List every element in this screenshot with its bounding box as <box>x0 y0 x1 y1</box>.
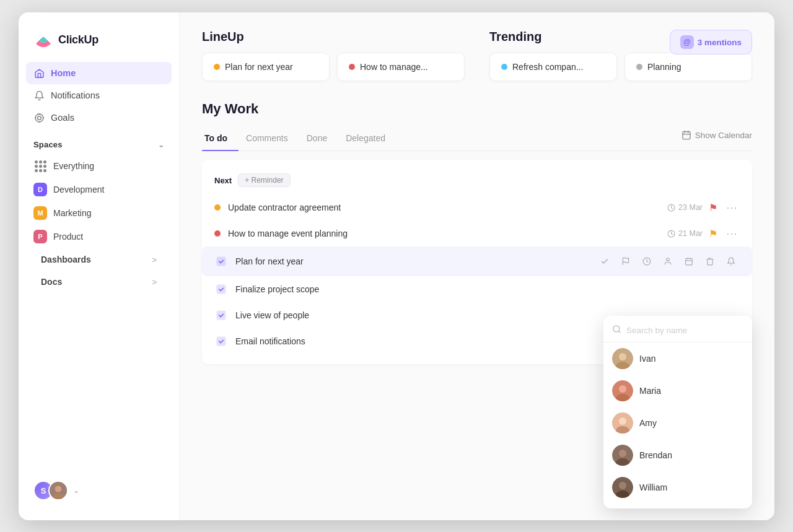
person-item-brendan[interactable]: Brendan <box>603 439 752 471</box>
calendar-icon <box>681 130 691 140</box>
footer-chevron[interactable]: ⌄ <box>73 486 79 495</box>
svg-rect-24 <box>217 311 226 320</box>
trending-card-planning[interactable]: Planning <box>624 53 752 81</box>
plan-card-label: Plan for next year <box>225 62 293 72</box>
person-action[interactable] <box>659 253 677 270</box>
sidebar-item-home[interactable]: Home <box>26 62 172 84</box>
person-item-maria[interactable]: Maria <box>603 375 752 407</box>
person-item-ivan[interactable]: Ivan <box>603 342 752 375</box>
task-dot-1 <box>214 204 221 211</box>
sidebar-goals-label: Goals <box>51 113 74 123</box>
docs-label: Docs <box>41 277 62 287</box>
svg-point-29 <box>619 353 626 360</box>
next-text: Next <box>214 176 232 185</box>
lineup-cards: Plan for next year How to manage... <box>202 53 465 81</box>
person-name-brendan: Brendan <box>639 450 672 460</box>
sidebar-nav: Home Notifications <box>19 62 179 129</box>
docs-chevron: > <box>152 277 157 287</box>
task-dot-2 <box>214 230 221 237</box>
more-button-1[interactable]: ⋯ <box>724 201 740 214</box>
task-row[interactable]: How to manage event planning 21 Mar ⚑ ⋯ <box>202 220 752 246</box>
people-search-input[interactable] <box>626 326 743 335</box>
person-name-william: William <box>639 482 667 492</box>
task-name-2: How to manage event planning <box>228 229 667 238</box>
task-icon-4 <box>214 282 228 296</box>
svg-point-38 <box>619 450 626 457</box>
delete-action[interactable] <box>701 253 719 270</box>
clock-action[interactable] <box>638 253 655 270</box>
product-dot: P <box>33 230 47 243</box>
show-calendar-button[interactable]: Show Calendar <box>681 130 752 147</box>
sidebar-notifications-label: Notifications <box>51 90 100 100</box>
mentions-badge[interactable]: @ 3 mentions <box>670 30 752 55</box>
sidebar-item-everything[interactable]: Everything <box>26 154 172 178</box>
trending-card-refresh[interactable]: Refresh compan... <box>489 53 617 81</box>
date-text-2: 21 Mar <box>678 229 703 238</box>
sidebar-item-dashboards[interactable]: Dashboards > <box>26 248 172 271</box>
task-icon-5 <box>214 308 228 322</box>
main-content: @ 3 mentions LineUp Plan for next year H… <box>180 12 774 520</box>
lineup-card-plan[interactable]: Plan for next year <box>202 53 330 81</box>
bell-action[interactable] <box>722 253 740 270</box>
manage-dot <box>349 64 355 70</box>
svg-point-1 <box>37 116 41 120</box>
svg-rect-19 <box>686 258 693 265</box>
task-icon-3 <box>214 255 228 268</box>
tab-delegated[interactable]: Delegated <box>343 127 396 150</box>
next-label-row: Next + Reminder <box>202 170 752 194</box>
svg-point-35 <box>619 417 626 425</box>
task-icon-6 <box>214 334 228 348</box>
task-row[interactable]: Plan for next year <box>202 246 752 276</box>
lineup-heading: LineUp <box>202 30 465 44</box>
calendar-action[interactable] <box>680 253 698 270</box>
task-name-3: Plan for next year <box>235 256 596 266</box>
task-name-1: Update contractor agreement <box>228 203 667 212</box>
sidebar-item-notifications[interactable]: Notifications <box>26 84 172 107</box>
lineup-section: LineUp Plan for next year How to manage.… <box>202 30 465 81</box>
person-item-amy[interactable]: Amy <box>603 407 752 439</box>
check-action[interactable] <box>596 253 613 270</box>
task-name-4: Finalize project scope <box>235 284 740 294</box>
dashboards-chevron: > <box>152 255 157 264</box>
task-row[interactable]: Finalize project scope <box>202 276 752 302</box>
task-date-1: 23 Mar <box>667 203 703 212</box>
person-name-maria: Maria <box>639 386 661 396</box>
sidebar: ClickUp Home <box>19 12 180 520</box>
svg-rect-23 <box>217 285 226 294</box>
svg-point-7 <box>55 486 62 492</box>
clock-icon-2 <box>667 230 675 238</box>
clock-icon <box>667 204 675 212</box>
logo-icon <box>33 30 53 50</box>
sidebar-item-docs[interactable]: Docs > <box>26 271 172 293</box>
more-button-2[interactable]: ⋯ <box>724 227 740 240</box>
task-row[interactable]: Update contractor agreement 23 Mar ⚑ ⋯ <box>202 194 752 220</box>
reminder-button[interactable]: + Reminder <box>238 173 290 187</box>
trending-cards: Refresh compan... Planning <box>489 53 752 81</box>
flag-action[interactable] <box>617 253 634 270</box>
tab-todo[interactable]: To do <box>202 127 239 150</box>
task-meta-2: 21 Mar ⚑ ⋯ <box>667 227 740 240</box>
sidebar-item-goals[interactable]: Goals <box>26 107 172 129</box>
tab-done[interactable]: Done <box>304 127 338 150</box>
people-search-row <box>603 316 752 342</box>
svg-point-41 <box>619 482 626 489</box>
spaces-chevron[interactable]: ⌄ <box>158 141 164 149</box>
sidebar-item-development[interactable]: D Development <box>26 178 172 201</box>
logo-text: ClickUp <box>58 33 99 46</box>
flag-icon-1: ⚑ <box>709 202 717 214</box>
mentions-count: 3 mentions <box>698 38 742 47</box>
person-item-william[interactable]: William <box>603 471 752 504</box>
svg-rect-9 <box>683 132 690 139</box>
goals-icon <box>33 112 45 123</box>
spaces-section-title: Spaces ⌄ <box>19 129 179 154</box>
flag-icon-2: ⚑ <box>709 228 717 240</box>
bell-icon <box>33 90 45 101</box>
sidebar-item-product[interactable]: P Product <box>26 225 172 248</box>
sidebar-home-label: Home <box>51 68 76 78</box>
home-icon <box>33 68 45 79</box>
grid-icon <box>33 159 47 173</box>
lineup-card-manage[interactable]: How to manage... <box>337 53 465 81</box>
svg-line-27 <box>618 331 620 333</box>
sidebar-item-marketing[interactable]: M Marketing <box>26 201 172 225</box>
tab-comments[interactable]: Comments <box>243 127 299 150</box>
